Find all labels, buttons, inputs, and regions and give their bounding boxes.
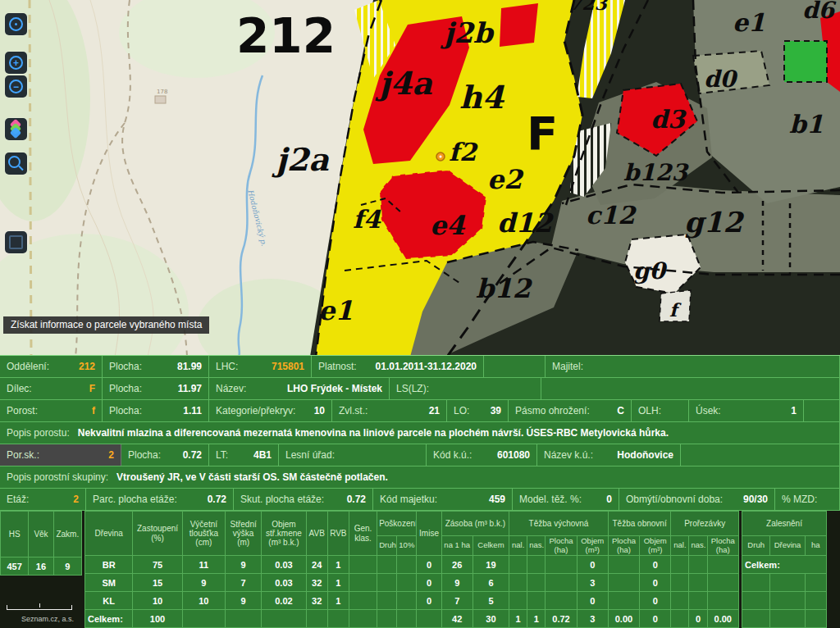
locate-button[interactable] [5, 13, 27, 35]
table-cell: 0.00 [608, 610, 639, 628]
table-cell [349, 592, 377, 610]
table-cell: 1 [527, 610, 546, 628]
field-plocha-dilec: Plocha:11.97 [103, 378, 209, 399]
compass-icon [9, 17, 23, 31]
table-row [742, 610, 827, 628]
table-cell: BR [85, 556, 133, 574]
table-cell [397, 556, 417, 574]
stand-label: j2b [440, 16, 495, 49]
col-objem-m3: Objem (m³) [577, 536, 608, 556]
col-objem-kmene: Objem stř.kmene (m³ b.k.) [262, 512, 306, 556]
table-cell: 1 [509, 610, 527, 628]
zalesneni-table: Zalesnění Druh Dřevina ha Celkem: [742, 511, 827, 628]
table-cell [689, 592, 707, 610]
stand-label: c12 [586, 201, 637, 230]
table-cell [671, 592, 689, 610]
table-cell [377, 574, 397, 592]
col-nal: nal. [671, 536, 689, 556]
table-cell: SM [85, 574, 133, 592]
col-plocha-ha: Plocha (ha) [546, 536, 577, 556]
field-porost: Porost:f [0, 400, 103, 421]
stand-label: e1 [318, 295, 354, 326]
magnifier-icon [8, 156, 21, 168]
table-cell: 0 [640, 556, 671, 574]
table-cell: 0 [417, 574, 441, 592]
table-cell [377, 610, 397, 628]
col-rvb: RVB [327, 512, 349, 556]
info-row-porost: Porost:f Plocha:1.11 Kategorie/překryv:1… [0, 400, 840, 422]
info-row-dilec: Dílec:F Plocha:11.97 Název:LHO Frýdek - … [0, 378, 840, 400]
table-cell [527, 556, 546, 574]
col-nas: nas. [527, 536, 546, 556]
col-nal: nal. [509, 536, 527, 556]
table-cell [742, 574, 770, 592]
table-cell [546, 556, 577, 574]
table-cell [397, 592, 417, 610]
table-cell [349, 556, 377, 574]
table-cell: 0 [640, 574, 671, 592]
table-cell [608, 592, 639, 610]
hs-table: HS Věk Zakm. 457169 [0, 511, 82, 576]
stand-label: b1 [789, 110, 824, 139]
table-cell [509, 556, 527, 574]
table-cell: 9 [226, 592, 262, 610]
search-button[interactable] [5, 152, 27, 175]
table-cell [805, 610, 826, 628]
field-spacer [484, 356, 546, 377]
col-nas: nas. [689, 536, 707, 556]
table-cell [805, 592, 826, 610]
stand-green-d6 [784, 41, 827, 82]
table-cell: 9 [226, 556, 262, 574]
table-cell: 10 [133, 592, 182, 610]
field-kategorie: Kategorie/překryv:10 [209, 400, 332, 421]
table-cell: 26 [441, 556, 472, 574]
table-cell: 9 [182, 574, 225, 592]
field-skut-plocha: Skut. plocha etáže:0.72 [234, 489, 373, 510]
panel-icon [9, 235, 23, 249]
table-cell: 0 [640, 592, 671, 610]
table-cell [527, 574, 546, 592]
field-mzd: % MZD: [775, 489, 840, 510]
field-model-tez: Model. těž. %:0 [513, 489, 619, 510]
plus-icon: + [9, 56, 23, 70]
table-cell [377, 556, 397, 574]
table-cell: 7 [226, 574, 262, 592]
table-cell [397, 574, 417, 592]
table-row: 457169 [1, 557, 82, 576]
zoom-in-button[interactable]: + [5, 52, 27, 74]
panel-toggle-button[interactable] [5, 231, 27, 253]
col-drevina: Dřevina [85, 512, 133, 556]
zoom-out-button[interactable]: − [5, 75, 27, 98]
table-cell: 3 [577, 610, 608, 628]
info-panel: Oddělení:212 Plocha:81.99 LHC:715801 Pla… [0, 355, 840, 628]
map: Hodoňovický p. 178 [0, 0, 840, 357]
building [155, 96, 166, 103]
field-oddeleni: Oddělení:212 [0, 356, 103, 377]
table-cell [226, 610, 262, 628]
stand-label: b123 [623, 159, 690, 186]
col-zal-druh: Druh [742, 536, 770, 556]
group-zasoba: Zásoba (m³ b.k.) [441, 512, 509, 536]
table-cell: 100 [133, 610, 182, 628]
table-row: BR751190.032410261900 [85, 556, 739, 574]
stand-label: f4 [353, 205, 381, 234]
stand-label: e2 [487, 164, 524, 195]
stand-label: 723 [569, 0, 609, 14]
minus-icon: − [9, 80, 23, 93]
table-cell: 3 [577, 574, 608, 592]
table-row [742, 574, 827, 592]
map-canvas[interactable]: Hodoňovický p. 178 [0, 0, 840, 357]
table-cell [707, 574, 738, 592]
table-cell [608, 556, 639, 574]
table-cell [671, 556, 689, 574]
stand-label: F [527, 107, 558, 160]
layers-button[interactable] [5, 118, 27, 140]
group-zalesneni: Zalesnění [742, 512, 827, 536]
table-cell: 11 [182, 556, 225, 574]
field-dilec: Dílec:F [0, 378, 103, 399]
col-zakm: Zakm. [53, 512, 81, 557]
table-cell: 19 [472, 556, 509, 574]
field-usek: Úsek:1 [689, 400, 804, 421]
field-lslz: LS(LZ): [390, 378, 541, 399]
table-cell: 0.72 [546, 610, 577, 628]
